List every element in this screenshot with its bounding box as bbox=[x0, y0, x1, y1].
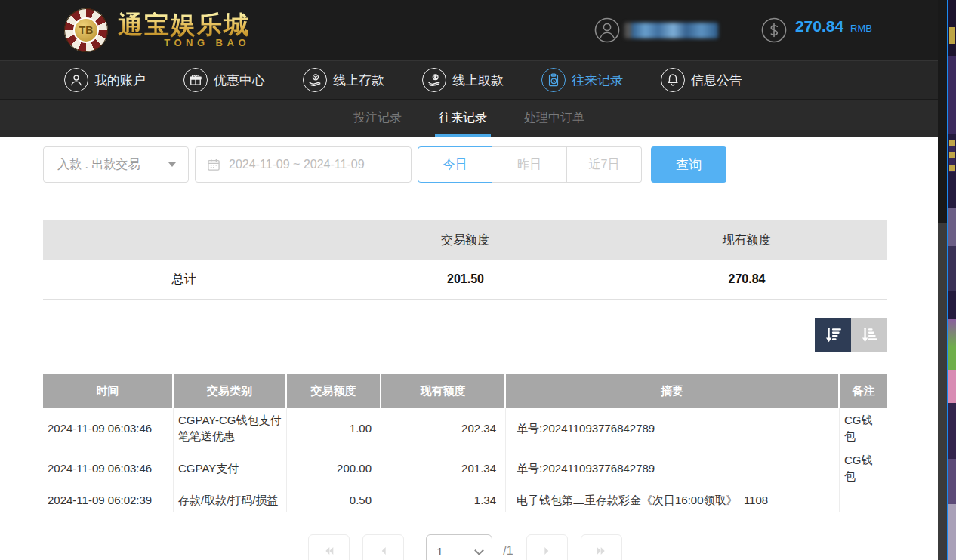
table-row: 2024-11-09 06:03:46CGPAY-CG钱包支付笔笔送优惠1.00… bbox=[43, 408, 887, 448]
summary-total-row: 总计 201.50 270.84 bbox=[43, 260, 887, 299]
sort-ascending-icon bbox=[859, 325, 879, 345]
balance-currency: RMB bbox=[850, 23, 872, 34]
table-row: 2024-11-09 06:02:39存款/取款/打码/损益0.501.34电子… bbox=[43, 488, 887, 512]
cell-summary: 单号:202411093776842789 bbox=[506, 408, 840, 448]
balance-value: 270.84 bbox=[795, 17, 843, 35]
arrow-left-icon bbox=[378, 545, 390, 557]
cell-balance: 201.34 bbox=[381, 448, 506, 488]
date-quick-group: 今日昨日近7日 bbox=[418, 146, 642, 183]
scrollbar-thumb[interactable] bbox=[938, 0, 947, 223]
nav-item-announcement[interactable]: 信息公告 bbox=[661, 68, 742, 92]
cell-note: CG钱包 bbox=[840, 408, 887, 448]
subtab-0[interactable]: 投注记录 bbox=[352, 100, 403, 137]
last-page-button[interactable] bbox=[581, 534, 622, 560]
nav-item-user[interactable]: 我的账户 bbox=[64, 68, 146, 92]
subtab-bar: 投注记录往来记录处理中订单 bbox=[0, 100, 938, 137]
page-total-label: /1 bbox=[503, 534, 513, 560]
nav-item-label: 线上存款 bbox=[333, 72, 384, 89]
arrow-right-icon bbox=[541, 545, 553, 557]
nav-item-deposit[interactable]: 线上存款 bbox=[303, 68, 384, 92]
nav-item-label: 信息公告 bbox=[691, 72, 742, 89]
cell-balance: 1.34 bbox=[381, 488, 506, 512]
column-header-amount: 交易额度 bbox=[287, 374, 381, 408]
transaction-type-select[interactable]: 入款 . 出款交易 bbox=[43, 146, 189, 183]
withdraw-icon bbox=[422, 68, 446, 92]
sort-descending-icon bbox=[823, 325, 843, 345]
brand-logo[interactable]: TB 通宝娱乐城 TONG BAO bbox=[64, 8, 250, 52]
background-fragment bbox=[949, 27, 955, 44]
nav-item-withdraw[interactable]: 线上取款 bbox=[422, 68, 504, 92]
records-table-header: 时间交易类别交易额度现有额度摘要备注 bbox=[43, 374, 887, 408]
sort-ascending-button[interactable] bbox=[851, 318, 887, 352]
cell-balance: 202.34 bbox=[381, 408, 506, 448]
cell-summary: 单号:202411093776842789 bbox=[506, 448, 840, 488]
search-button[interactable]: 查询 bbox=[651, 146, 726, 183]
page-scrollbar[interactable] bbox=[938, 0, 947, 560]
next-page-button[interactable] bbox=[526, 534, 568, 560]
subtab-2[interactable]: 处理中订单 bbox=[523, 100, 586, 137]
date-range-input[interactable]: 2024-11-09 ~ 2024-11-09 bbox=[195, 146, 412, 183]
user-avatar-icon bbox=[594, 17, 620, 43]
column-header-time: 时间 bbox=[43, 374, 174, 408]
column-header-summary: 摘要 bbox=[506, 374, 840, 408]
double-arrow-right-icon bbox=[595, 545, 607, 557]
summary-current-amount: 270.84 bbox=[606, 260, 887, 299]
cell-amount: 200.00 bbox=[287, 448, 381, 488]
quick-range-button-0[interactable]: 今日 bbox=[418, 146, 492, 183]
main-nav: 我的账户优惠中心线上存款线上取款往来记录信息公告 bbox=[0, 60, 938, 100]
records-table: 时间交易类别交易额度现有额度摘要备注 2024-11-09 06:03:46CG… bbox=[43, 374, 887, 512]
transaction-type-value: 入款 . 出款交易 bbox=[57, 157, 140, 173]
cell-amount: 1.00 bbox=[287, 408, 381, 448]
nav-item-label: 我的账户 bbox=[94, 72, 146, 89]
double-arrow-left-icon bbox=[323, 545, 335, 557]
user-area: 270.84 RMB bbox=[594, 17, 872, 43]
brand-subtitle: TONG BAO bbox=[164, 38, 250, 48]
main-page: TB 通宝娱乐城 TONG BAO 270.84 RMB 我的账户优惠中心线上存… bbox=[0, 0, 938, 560]
announcement-icon bbox=[661, 68, 685, 92]
cell-type: CGPAY-CG钱包支付笔笔送优惠 bbox=[174, 408, 287, 448]
sort-descending-button[interactable] bbox=[815, 318, 851, 352]
table-row: 2024-11-09 06:03:46CGPAY支付200.00201.34单号… bbox=[43, 448, 887, 488]
quick-range-button-2[interactable]: 近7日 bbox=[567, 146, 642, 183]
nav-item-gift[interactable]: 优惠中心 bbox=[183, 68, 265, 92]
subtab-1[interactable]: 往来记录 bbox=[437, 100, 489, 137]
brand-text: 通宝娱乐城 TONG BAO bbox=[118, 12, 250, 48]
sort-row bbox=[43, 318, 887, 352]
cell-amount: 0.50 bbox=[287, 488, 381, 512]
currency-icon bbox=[761, 17, 787, 43]
nav-item-label: 往来记录 bbox=[572, 72, 623, 89]
quick-range-button-1[interactable]: 昨日 bbox=[492, 146, 567, 183]
cell-note bbox=[840, 488, 887, 512]
prev-page-button[interactable] bbox=[362, 534, 404, 560]
column-header-balance: 现有额度 bbox=[381, 374, 506, 408]
cell-time: 2024-11-09 06:02:39 bbox=[43, 488, 174, 512]
cell-type: CGPAY支付 bbox=[174, 448, 287, 488]
username-blurred[interactable] bbox=[624, 23, 718, 38]
gift-icon bbox=[183, 68, 208, 92]
date-range-value: 2024-11-09 ~ 2024-11-09 bbox=[229, 158, 365, 171]
brand-title: 通宝娱乐城 bbox=[118, 12, 250, 38]
cell-time: 2024-11-09 06:03:46 bbox=[43, 448, 174, 488]
page-select[interactable]: 1 bbox=[426, 534, 492, 560]
summary-table: 交易额度 现有额度 总计 201.50 270.84 bbox=[43, 220, 887, 300]
filter-row: 入款 . 出款交易 2024-11-09 ~ 2024-11-09 今日昨日近7… bbox=[43, 137, 938, 183]
summary-transaction-amount: 201.50 bbox=[325, 260, 606, 299]
cell-note: CG钱包 bbox=[840, 448, 887, 488]
first-page-button[interactable] bbox=[308, 534, 350, 560]
background-fragment bbox=[949, 140, 955, 172]
nav-item-label: 优惠中心 bbox=[214, 72, 265, 89]
user-icon bbox=[64, 68, 88, 92]
caret-down-icon bbox=[168, 162, 176, 167]
records-table-body: 2024-11-09 06:03:46CGPAY-CG钱包支付笔笔送优惠1.00… bbox=[43, 408, 887, 512]
cell-time: 2024-11-09 06:03:46 bbox=[43, 408, 174, 448]
summary-col-transaction: 交易额度 bbox=[325, 232, 606, 248]
records-icon bbox=[541, 68, 566, 92]
pagination: 1 /1 bbox=[43, 534, 887, 560]
divider-line bbox=[43, 202, 887, 202]
top-header: TB 通宝娱乐城 TONG BAO 270.84 RMB bbox=[0, 0, 938, 60]
summary-header: 交易额度 现有额度 bbox=[43, 220, 887, 260]
chevron-down-icon bbox=[474, 546, 484, 555]
chip-label: TB bbox=[73, 17, 99, 43]
nav-item-records[interactable]: 往来记录 bbox=[541, 68, 623, 92]
balance-box[interactable]: 270.84 RMB bbox=[761, 17, 872, 43]
